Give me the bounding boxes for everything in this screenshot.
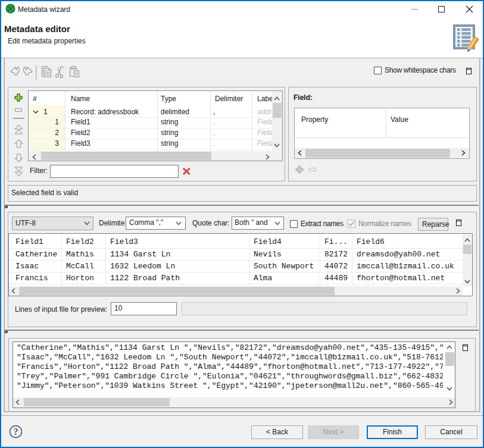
svg-text:?: ?	[14, 427, 18, 437]
